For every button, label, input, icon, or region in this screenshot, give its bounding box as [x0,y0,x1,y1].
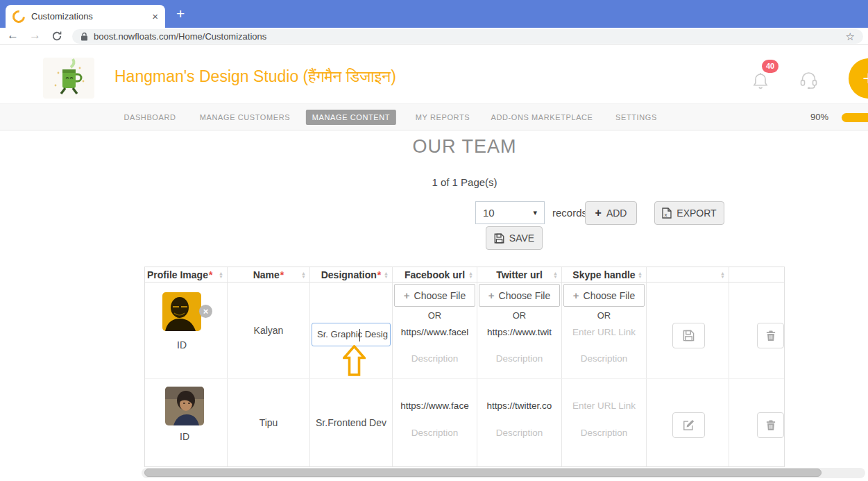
description-input[interactable]: Description [393,353,477,364]
save-button[interactable]: SAVE [486,226,543,250]
header-label: Profile Image [147,269,208,280]
row-edit-button[interactable] [672,412,705,438]
header-label: Twitter url [496,269,543,280]
trash-icon [766,330,776,341]
profile-completion-percent: 90% [810,112,828,122]
new-tab-button[interactable]: + [176,6,185,22]
designation-value: Sr. Graphic Desig [317,329,388,339]
page-title: OUR TEAM [144,136,785,158]
remove-image-icon[interactable]: × [199,305,212,318]
skype-cell: + Choose File OR Enter URL Link Descript… [562,282,647,379]
id-label: ID [165,431,204,442]
choose-file-label: Choose File [584,290,636,301]
tab-title: Customizations [31,11,148,22]
choose-file-button[interactable]: + Choose File [479,284,560,307]
scrollbar-thumb[interactable] [144,469,822,477]
col-header-designation[interactable]: Designation* ▲▼ [310,267,393,282]
choose-file-button[interactable]: + Choose File [563,284,645,307]
add-button-label: ADD [606,208,627,219]
site-favicon-icon [10,8,27,25]
nav-manage-customers[interactable]: MANAGE CUSTOMERS [200,113,290,121]
trash-icon [766,419,776,431]
description-input[interactable]: Description [562,353,646,364]
lock-icon [80,32,88,41]
browser-tab-strip: Customizations × + [0,0,868,28]
nav-addons-marketplace[interactable]: ADD-ONS MARKETPLACE [491,113,593,121]
notifications-bell-icon[interactable] [752,71,769,93]
bookmark-star-icon[interactable]: ☆ [846,31,855,42]
row-delete-button[interactable] [757,412,784,438]
col-header-delete [729,267,784,282]
business-logo [43,58,94,99]
business-name: Hangman's Design Studio (हैंगमैन डिजाइन) [114,67,396,86]
plus-icon: + [595,207,602,219]
support-headset-icon[interactable] [799,71,818,92]
sort-icon[interactable]: ▲▼ [301,271,306,278]
col-header-facebook-url[interactable]: Facebook url ▲▼ [393,267,477,282]
row-delete-button[interactable] [757,323,784,348]
skype-url-input[interactable]: Enter URL Link [562,327,646,337]
description-input[interactable]: Description [477,353,561,364]
url-bar[interactable]: boost.nowfloats.com/Home/Customizations … [72,29,863,44]
sort-icon[interactable]: ▲▼ [468,271,473,278]
facebook-cell: + Choose File OR https//www.facel Descri… [393,282,477,379]
browser-tab[interactable]: Customizations × [6,5,165,28]
sort-icon[interactable]: ▲▼ [553,271,558,278]
reload-icon[interactable] [51,31,62,44]
profile-image-tipu[interactable] [165,387,204,425]
main-nav: DASHBOARD MANAGE CUSTOMERS MANAGE CONTEN… [0,104,868,130]
actions-cell [647,282,729,379]
designation-cell: Sr.Frontend Dev [310,379,393,466]
description-input[interactable]: Description [393,428,477,438]
export-button[interactable]: x EXPORT [654,201,724,225]
close-tab-icon[interactable]: × [152,10,158,22]
required-marker: * [280,269,284,280]
svg-text:x: x [665,212,667,218]
delete-cell [729,379,784,466]
choose-file-button[interactable]: + Choose File [394,284,475,307]
sort-icon[interactable]: ▲▼ [219,271,223,278]
row-save-button[interactable] [672,323,705,348]
nav-my-reports[interactable]: MY REPORTS [416,113,470,121]
plus-icon: + [488,289,495,301]
facebook-cell: https://www.face Description [393,379,477,466]
col-header-actions[interactable]: ▲▼ [647,267,729,282]
or-label: OR [393,310,477,321]
back-icon[interactable]: ← [7,28,19,42]
edit-pencil-icon [683,419,695,431]
sort-icon[interactable]: ▲▼ [384,271,389,278]
facebook-url-input[interactable]: https://www.face [393,400,477,411]
facebook-url-input[interactable]: https//www.facel [393,327,477,337]
add-button[interactable]: + ADD [585,201,637,225]
name-value[interactable]: Kalyan [254,325,284,336]
nav-settings[interactable]: SETTINGS [615,113,657,121]
sort-icon[interactable]: ▲▼ [638,271,643,278]
sort-icon[interactable]: ▲▼ [720,271,725,278]
horizontal-scrollbar[interactable] [142,468,865,478]
twitter-url-input[interactable]: https://twitter.co [477,400,561,411]
text-cursor [359,329,360,341]
col-header-skype-handle[interactable]: Skype handle ▲▼ [562,267,647,282]
designation-input[interactable]: Sr. Graphic Desig [312,323,391,346]
name-value[interactable]: Tipu [259,417,278,428]
description-input[interactable]: Description [477,428,561,438]
name-cell: Tipu [228,379,310,466]
col-header-name[interactable]: Name* ▲▼ [228,267,310,282]
url-text[interactable]: boost.nowfloats.com/Home/Customizations [94,31,266,42]
nav-dashboard[interactable]: DASHBOARD [124,113,176,121]
profile-image-kalyan[interactable] [162,292,201,331]
add-fab-button[interactable]: + [849,58,868,99]
col-header-twitter-url[interactable]: Twitter url ▲▼ [477,267,562,282]
col-header-profile-image[interactable]: Profile Image* ▲▼ [145,267,228,282]
nav-manage-content[interactable]: MANAGE CONTENT [306,110,396,125]
forward-icon[interactable]: → [29,28,41,42]
records-count-select[interactable]: 10 ▾ [475,201,545,224]
description-input[interactable]: Description [562,428,646,438]
skype-url-input[interactable]: Enter URL Link [562,400,646,411]
header-label: Skype handle [572,269,635,280]
header-label: Designation [321,269,377,280]
twitter-url-input[interactable]: https://www.twit [477,327,561,337]
designation-value[interactable]: Sr.Frontend Dev [316,417,386,428]
header-label: Name [253,269,280,280]
plus-icon: + [573,289,579,301]
